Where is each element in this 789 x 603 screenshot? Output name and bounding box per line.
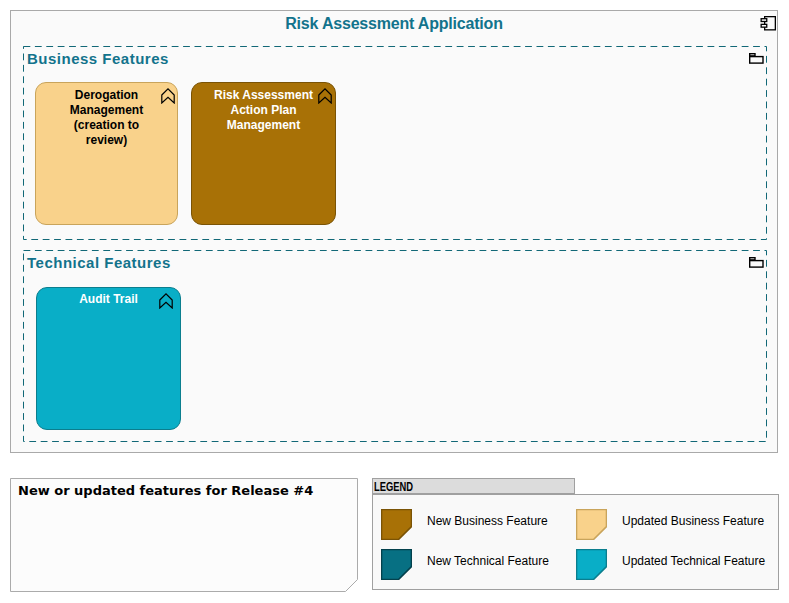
card-audit-trail[interactable]: Audit Trail xyxy=(36,287,181,430)
card-riskplan-label: Risk Assessment Action Plan Management xyxy=(192,88,335,133)
group-business-label: Business Features xyxy=(27,51,169,67)
new-technical-swatch xyxy=(381,549,412,580)
legend: LEGEND New Business Feature Updated Busi… xyxy=(372,478,779,590)
diagram-canvas: Risk Assessment Application Business Fea… xyxy=(0,0,789,603)
new-business-swatch xyxy=(381,509,412,540)
legend-title: LEGEND xyxy=(374,481,413,493)
note-text: New or updated features for Release #4 xyxy=(18,483,352,499)
application-component-box[interactable]: Risk Assessment Application Business Fea… xyxy=(10,10,778,453)
updated-technical-swatch xyxy=(576,549,607,580)
card-derogation-label: Derogation Management (creation to revie… xyxy=(36,88,177,148)
legend-label: New Technical Feature xyxy=(427,555,549,567)
legend-tab[interactable]: LEGEND xyxy=(372,478,575,494)
application-title: Risk Assessment Application xyxy=(11,16,777,32)
legend-label: Updated Technical Feature xyxy=(622,555,765,567)
group-technical-features[interactable]: Technical Features Audit Trail xyxy=(23,250,767,442)
legend-item-new-technical: New Technical Feature xyxy=(381,549,571,579)
legend-label: Updated Business Feature xyxy=(622,515,764,527)
card-derogation-management[interactable]: Derogation Management (creation to revie… xyxy=(35,82,178,225)
legend-body: New Business Feature Updated Business Fe… xyxy=(372,494,779,590)
release-note[interactable]: New or updated features for Release #4 xyxy=(10,478,358,592)
legend-item-new-business: New Business Feature xyxy=(381,509,571,539)
feature-bookmark-icon xyxy=(318,88,332,104)
legend-item-updated-business: Updated Business Feature xyxy=(576,509,776,539)
application-component-icon xyxy=(758,16,776,31)
updated-business-swatch xyxy=(576,509,607,540)
feature-bookmark-icon xyxy=(159,293,173,309)
folder-icon xyxy=(749,53,765,65)
legend-label: New Business Feature xyxy=(427,515,548,527)
group-business-features[interactable]: Business Features Derogation Management … xyxy=(23,46,767,240)
group-technical-label: Technical Features xyxy=(27,255,171,271)
feature-bookmark-icon xyxy=(161,88,175,104)
legend-item-updated-technical: Updated Technical Feature xyxy=(576,549,776,579)
folder-icon xyxy=(749,257,765,269)
card-risk-assessment-action-plan[interactable]: Risk Assessment Action Plan Management xyxy=(191,82,336,225)
